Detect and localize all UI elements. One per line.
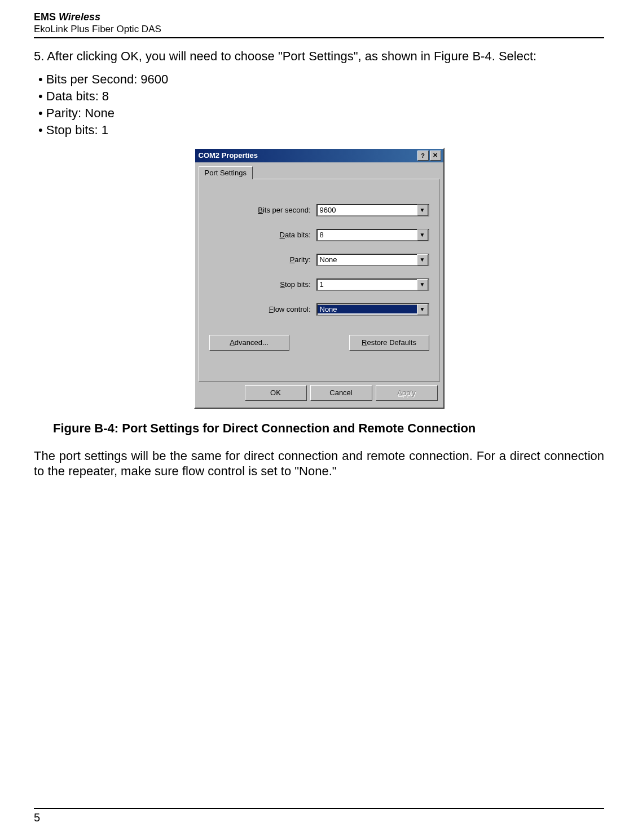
chevron-down-icon[interactable]: ▼ [417,254,428,266]
bits-per-second-combo[interactable]: 9600 ▼ [316,204,429,216]
advanced-button[interactable]: Advanced... [209,335,289,351]
chevron-down-icon[interactable]: ▼ [417,304,428,315]
stop-bits-combo[interactable]: 1 ▼ [316,278,429,291]
settings-list: Bits per Second: 9600 Data bits: 8 Parit… [34,72,604,138]
cancel-button[interactable]: Cancel [310,385,372,401]
stop-bits-value: 1 [318,280,417,289]
parity-value: None [318,255,417,264]
list-item: Stop bits: 1 [38,123,604,138]
flow-control-value: None [318,305,417,313]
data-bits-value: 8 [318,231,417,239]
com-properties-dialog: COM2 Properties ? ✕ Port Settings Bits p… [194,148,445,409]
page-number: 5 [34,811,604,824]
footer-rule [34,808,604,809]
tab-panel: Bits per second: 9600 ▼ Data bits: 8 ▼ [199,179,440,382]
parity-combo[interactable]: None ▼ [316,254,429,266]
flow-control-combo[interactable]: None ▼ [316,303,429,316]
chevron-down-icon[interactable]: ▼ [417,205,428,216]
restore-defaults-button[interactable]: Restore Defaults [349,335,429,351]
stop-bits-label: Stop bits: [237,280,311,289]
data-bits-label: Data bits: [237,231,311,239]
page-header: EMS Wireless EkoLink Plus Fiber Optic DA… [34,11,604,35]
header-product: EkoLink Plus Fiber Optic DAS [34,24,161,34]
parity-label: Parity: [237,255,311,264]
header-rule [34,37,604,38]
bits-per-second-value: 9600 [318,206,417,214]
step-paragraph: 5. After clicking OK, you will need to c… [34,48,604,64]
data-bits-combo[interactable]: 8 ▼ [316,229,429,241]
help-button[interactable]: ? [417,151,429,161]
chevron-down-icon[interactable]: ▼ [417,279,428,290]
header-brand: EMS [34,11,56,23]
list-item: Parity: None [38,106,604,121]
dialog-title: COM2 Properties [199,151,258,160]
close-button[interactable]: ✕ [430,151,441,161]
tab-port-settings[interactable]: Port Settings [199,166,253,179]
list-item: Bits per Second: 9600 [38,72,604,87]
dialog-titlebar[interactable]: COM2 Properties ? ✕ [195,149,443,162]
header-brand-italic: Wireless [59,11,100,23]
ok-button[interactable]: OK [245,385,307,401]
bits-per-second-label: Bits per second: [237,206,311,214]
chevron-down-icon[interactable]: ▼ [417,229,428,241]
flow-control-label: Flow control: [237,305,311,313]
body-paragraph: The port settings will be the same for d… [34,448,604,479]
figure-caption: Figure B-4: Port Settings for Direct Con… [53,421,604,436]
list-item: Data bits: 8 [38,89,604,104]
apply-button[interactable]: Apply [376,385,438,401]
